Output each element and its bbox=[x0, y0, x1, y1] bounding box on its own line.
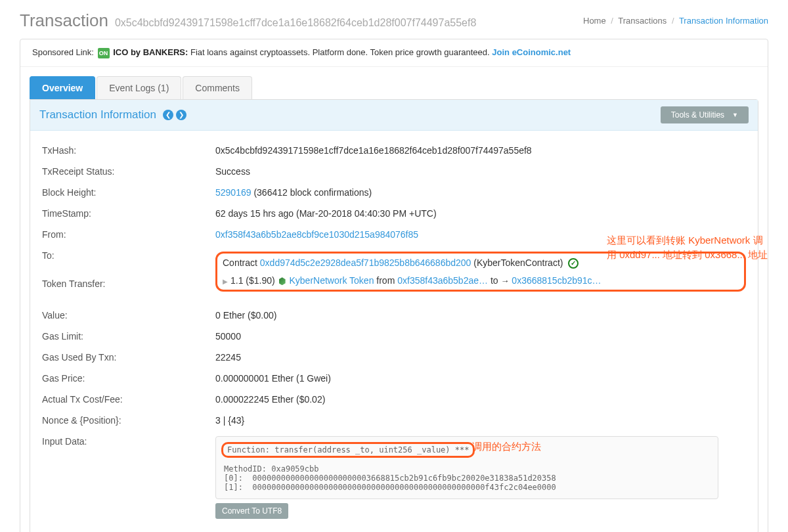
tools-label: Tools & Utilities bbox=[671, 110, 724, 120]
input-label: Input Data: bbox=[42, 436, 215, 519]
sponsored-bold: ICO by BANKERS: bbox=[113, 47, 188, 57]
prev-tx-icon[interactable]: ❮ bbox=[163, 110, 173, 120]
cost-value: 0.000022245 Ether ($0.02) bbox=[215, 394, 746, 405]
header-tx-hash: 0x5c4bcbfd92439171598e1cff7dce1a16e18682… bbox=[115, 17, 476, 29]
caret-down-icon: ▼ bbox=[732, 112, 738, 118]
tx-details: TxHash: 0x5c4bcbfd92439171598e1cff7dce1a… bbox=[30, 131, 758, 532]
to-label: To: bbox=[42, 250, 215, 293]
transfer-token-link[interactable]: KyberNetwork Token bbox=[290, 275, 374, 286]
sponsored-link[interactable]: Join eCoinomic.net bbox=[492, 47, 571, 57]
time-value: 62 days 15 hrs ago (Mar-20-2018 04:40:30… bbox=[215, 208, 746, 219]
content-wrap: Sponsored Link: ON ICO by BANKERS: Fiat … bbox=[20, 39, 768, 532]
check-icon: ✓ bbox=[568, 258, 579, 269]
page-header: Transaction 0x5c4bcbfd92439171598e1cff7d… bbox=[20, 7, 768, 39]
gasused-label: Gas Used By Txn: bbox=[42, 352, 215, 363]
input-method: MethodID: 0xa9059cbb bbox=[224, 464, 710, 474]
panel-title-wrap: Transaction Information ❮ ❯ bbox=[39, 108, 186, 122]
input-row0: [0]: 0000000000000000000000003668815cb2b… bbox=[224, 474, 710, 483]
input-row1: [1]: 00000000000000000000000000000000000… bbox=[224, 483, 710, 492]
convert-utf8-button[interactable]: Convert To UTF8 bbox=[215, 503, 288, 519]
gasprice-value: 0.000000001 Ether (1 Gwei) bbox=[215, 373, 746, 384]
tabs: Overview Event Logs (1) Comments bbox=[30, 76, 758, 99]
receipt-value: Success bbox=[215, 166, 746, 177]
tab-eventlogs[interactable]: Event Logs (1) bbox=[97, 76, 181, 99]
value-value: 0 Ether ($0.00) bbox=[215, 310, 746, 321]
tools-utilities-button[interactable]: Tools & Utilities ▼ bbox=[661, 106, 749, 123]
to-contract-suffix: (KyberTokenContract) bbox=[471, 257, 565, 268]
gaslimit-label: Gas Limit: bbox=[42, 331, 215, 342]
transfer-from-label: from bbox=[374, 275, 397, 286]
breadcrumb-sep: / bbox=[611, 16, 613, 26]
nonce-value: 3 | {43} bbox=[215, 415, 746, 426]
tab-comments[interactable]: Comments bbox=[183, 76, 252, 99]
from-label: From: bbox=[42, 229, 215, 240]
breadcrumb-home[interactable]: Home bbox=[583, 16, 606, 26]
breadcrumb-active: Transaction Information bbox=[679, 16, 768, 26]
to-contract-prefix: Contract bbox=[223, 257, 260, 268]
time-label: TimeStamp: bbox=[42, 208, 215, 219]
arrow-right-icon: → bbox=[500, 276, 509, 286]
breadcrumb-transactions[interactable]: Transactions bbox=[618, 16, 667, 26]
breadcrumb: Home / Transactions / Transaction Inform… bbox=[583, 16, 768, 26]
from-link[interactable]: 0xf358f43a6b5b2ae8cbf9ce1030d215a984076f… bbox=[215, 229, 418, 240]
annotation-to: 这里可以看到转账 KyberNetwork 调用 0xdd97... 地址转到 … bbox=[607, 233, 768, 263]
txhash-value: 0x5c4bcbfd92439171598e1cff7dce1a16e18682… bbox=[215, 145, 746, 156]
gasprice-label: Gas Price: bbox=[42, 373, 215, 384]
breadcrumb-sep: / bbox=[672, 16, 674, 26]
cost-label: Actual Tx Cost/Fee: bbox=[42, 394, 215, 405]
input-data-box: Function: transfer(address _to, uint256 … bbox=[215, 436, 718, 499]
page-title: Transaction bbox=[20, 11, 108, 31]
transfer-to-link[interactable]: 0x3668815cb2b91c… bbox=[512, 275, 601, 286]
tab-overview[interactable]: Overview bbox=[30, 76, 95, 99]
gaslimit-value: 50000 bbox=[215, 331, 746, 342]
gasused-value: 22245 bbox=[215, 352, 746, 363]
receipt-label: TxReceipt Status: bbox=[42, 166, 215, 177]
annotation-input-fn: 调用的合约方法 bbox=[472, 441, 541, 453]
input-function-highlight: Function: transfer(address _to, uint256 … bbox=[221, 442, 475, 458]
sponsored-bar: Sponsored Link: ON ICO by BANKERS: Fiat … bbox=[20, 39, 768, 67]
sponsored-label: Sponsored Link: bbox=[32, 47, 94, 57]
txhash-label: TxHash: bbox=[42, 145, 215, 156]
next-tx-icon[interactable]: ❯ bbox=[176, 110, 186, 120]
sponsored-icon: ON bbox=[98, 48, 110, 58]
value-label: Value: bbox=[42, 310, 215, 321]
panel-title: Transaction Information bbox=[39, 108, 156, 122]
transfer-from-link[interactable]: 0xf358f43a6b5b2ae… bbox=[397, 275, 488, 286]
panel: Transaction Information ❮ ❯ Tools & Util… bbox=[30, 99, 758, 532]
to-contract-link[interactable]: 0xdd974d5c2e2928dea5f71b9825b8b646686bd2… bbox=[260, 257, 471, 268]
panel-header: Transaction Information ❮ ❯ Tools & Util… bbox=[30, 100, 758, 131]
sponsored-text: Fiat loans against cryptoassets. Platfor… bbox=[188, 47, 492, 57]
block-link[interactable]: 5290169 bbox=[215, 187, 252, 198]
block-label: Block Height: bbox=[42, 187, 215, 198]
triangle-icon: ▶ bbox=[223, 278, 228, 285]
kyber-icon bbox=[279, 277, 286, 285]
transfer-to-label: to bbox=[488, 275, 500, 286]
transfer-amount: 1.1 ($1.90) bbox=[230, 275, 278, 286]
nonce-label: Nonce & {Position}: bbox=[42, 415, 215, 426]
block-confirmations: (366412 block confirmations) bbox=[252, 187, 372, 198]
